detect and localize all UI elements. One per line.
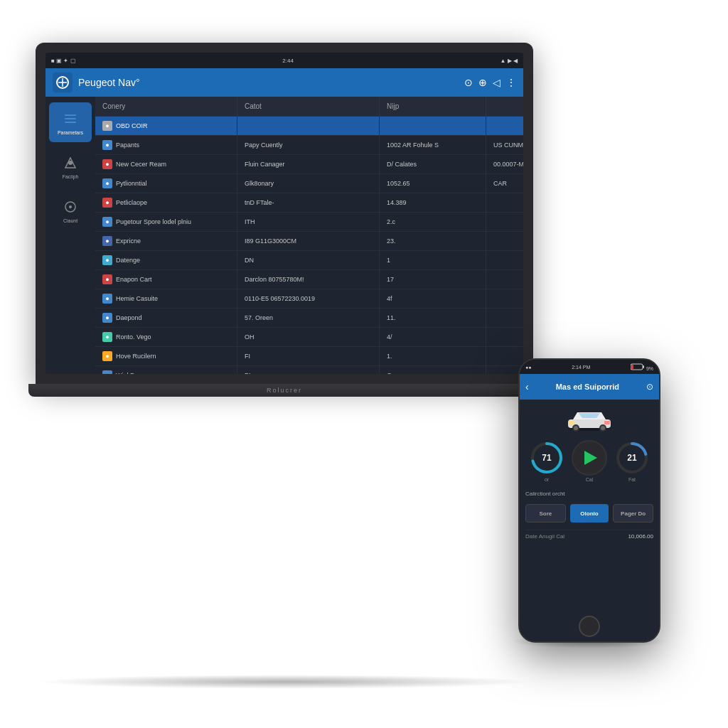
- phone-status-bar: ●● 2:14 PM 9%: [520, 360, 659, 374]
- app-title: Peugeot Nav°: [78, 77, 459, 88]
- car-image: [564, 407, 614, 432]
- table-row[interactable]: ● OBD COIR: [95, 117, 523, 136]
- status-left-icons: ■ ▣ ✦ ▢: [51, 58, 76, 64]
- table-row[interactable]: ● Hemie Casuite 0110-E5 06572230.0019 4f: [95, 289, 523, 309]
- table-row[interactable]: ● Expricne I89 G11G3000CM 23.: [95, 232, 523, 251]
- table-cell-col2: DN: [237, 251, 380, 269]
- table-row[interactable]: ● Datenge DN 1: [95, 251, 523, 270]
- phone-content: 71 or Cal: [520, 400, 659, 641]
- table-row[interactable]: ● Wiol Peurger BI C: [95, 366, 523, 374]
- sore-button[interactable]: Sore: [525, 504, 566, 523]
- android-status-bar: ■ ▣ ✦ ▢ 2:44 ▲ ▶ ◀: [46, 53, 523, 68]
- table-cell-col2: Darclon 80755780M!: [237, 270, 380, 289]
- header-icons: ⊙ ⊕ ◁ ⋮: [464, 77, 516, 88]
- table-cell-col3: 1: [380, 251, 486, 269]
- row-icon: ●: [102, 255, 112, 265]
- table-cell-name: ● Ronto. Vego: [95, 328, 237, 346]
- gauge-left-col: 71 or: [529, 440, 564, 482]
- table-cell-name: ● Daepond: [95, 309, 237, 327]
- table-cell-col3: [380, 117, 486, 135]
- table-cell-col4: [486, 232, 523, 250]
- table-cell-name: ● Expricne: [95, 232, 237, 250]
- table-cell-col2: I89 G11G3000CM: [237, 232, 380, 250]
- ciaunt-icon: [62, 198, 79, 215]
- status-time: 2:44: [282, 58, 294, 64]
- table-row[interactable]: ● Pytlionntial Glk8onary 1052.65 CAR: [95, 174, 523, 193]
- laptop: ■ ▣ ✦ ▢ 2:44 ▲ ▶ ◀ Peugeot Nav°: [36, 43, 533, 434]
- gauge-right: 21: [614, 440, 650, 476]
- laptop-base: Rolucrer: [28, 384, 540, 397]
- phone-title: Mas ed Suiporrid: [533, 382, 642, 391]
- gauge-left: 71: [529, 440, 564, 476]
- sidebar-item-ciaunt[interactable]: Ciaunt: [49, 191, 92, 230]
- table-cell-col2: OH: [237, 328, 380, 346]
- play-col: Cal: [572, 440, 607, 482]
- sidebar-label-ciaunt: Ciaunt: [63, 218, 77, 223]
- table-cell-col4: [486, 213, 523, 231]
- table-cell-name: ● Pytlionntial: [95, 174, 237, 193]
- phone-header: ‹ Mas ed Suiporrid ⊙: [520, 374, 659, 400]
- table-cell-col4: [486, 193, 523, 212]
- sidebar-item-parametars[interactable]: Parametars: [49, 102, 92, 142]
- more-icon[interactable]: ⋮: [506, 77, 516, 88]
- row-icon: ●: [102, 178, 112, 188]
- svg-point-9: [69, 205, 72, 208]
- svg-point-18: [601, 426, 605, 430]
- table-cell-col4: 00.0007-M: [486, 155, 523, 173]
- gauge-right-label: Fat: [628, 477, 636, 482]
- table-row[interactable]: ● Papants Papy Cuently 1002 AR Fohule S …: [95, 136, 523, 155]
- table-header: Conery Catot Nijp: [95, 97, 523, 117]
- phone-buttons-row: Sore Olonlo Pager Do: [525, 504, 653, 523]
- main-content: Parametars Facilph: [46, 97, 523, 374]
- laptop-body: ■ ▣ ✦ ▢ 2:44 ▲ ▶ ◀ Peugeot Nav°: [36, 43, 533, 384]
- table-row[interactable]: ● New Cecer Ream Fluin Canager D/ Calate…: [95, 155, 523, 174]
- facilph-icon: [62, 154, 79, 171]
- table-row[interactable]: ● Daepond 57. Oreen 11.: [95, 309, 523, 328]
- table-row[interactable]: ● Pugetour Spore lodel plniu ITH 2.c: [95, 213, 523, 232]
- table-cell-col4: [486, 270, 523, 289]
- table-row[interactable]: ● Ronto. Vego OH 4/: [95, 328, 523, 347]
- sidebar-item-facilph[interactable]: Facilph: [49, 146, 92, 186]
- gauge-right-value: 21: [627, 453, 636, 463]
- header-col4: [486, 97, 523, 116]
- table-cell-name: ● Hemie Casuite: [95, 289, 237, 308]
- table-row[interactable]: ● Hove Rucilern FI 1.: [95, 347, 523, 366]
- table-cell-col4: [486, 309, 523, 327]
- laptop-screen: ■ ▣ ✦ ▢ 2:44 ▲ ▶ ◀ Peugeot Nav°: [46, 53, 523, 374]
- olonlo-button[interactable]: Olonlo: [570, 504, 609, 523]
- row-icon: ●: [102, 121, 112, 131]
- back-icon[interactable]: ‹: [525, 381, 529, 392]
- table-cell-col2: tnD FTale-: [237, 193, 380, 212]
- history-icon[interactable]: ⊕: [478, 77, 487, 88]
- pager-do-button[interactable]: Pager Do: [613, 504, 653, 523]
- table-cell-col3: 1002 AR Fohule S: [380, 136, 486, 154]
- svg-rect-19: [569, 421, 574, 424]
- phone-signal: ●●: [525, 365, 531, 370]
- table-cell-col3: 1052.65: [380, 174, 486, 193]
- play-label: Cal: [586, 477, 594, 482]
- phone-data-row: Date Anugil Cal 10,006.00: [525, 530, 653, 542]
- status-right-icons: ▲ ▶ ◀: [500, 58, 518, 64]
- svg-rect-5: [65, 122, 76, 123]
- header-col1: Conery: [95, 97, 237, 116]
- table-row[interactable]: ● Enapon Cart Darclon 80755780M! 17: [95, 270, 523, 289]
- table-area: Conery Catot Nijp ● OBD COIR ● Papants: [95, 97, 523, 374]
- search-icon[interactable]: ⊙: [464, 77, 473, 88]
- laptop-brand: Rolucrer: [267, 387, 302, 394]
- phone-home-button[interactable]: [579, 616, 600, 637]
- share-icon[interactable]: ◁: [493, 77, 500, 88]
- play-button[interactable]: [572, 440, 607, 476]
- table-cell-name: ● Wiol Peurger: [95, 366, 237, 374]
- row-icon: ●: [102, 236, 112, 246]
- row-icon: ●: [102, 274, 112, 284]
- phone-settings-icon[interactable]: ⊙: [646, 382, 653, 392]
- table-cell-col3: 11.: [380, 309, 486, 327]
- data-value: 10,006.00: [628, 533, 653, 540]
- table-cell-col3: 14.389: [380, 193, 486, 212]
- app-logo: [53, 73, 73, 92]
- table-cell-col2: BI: [237, 366, 380, 374]
- table-cell-col4: US CUNM/: [486, 136, 523, 154]
- table-row[interactable]: ● Petliclaope tnD FTale- 14.389: [95, 193, 523, 213]
- table-cell-name: ● Petliclaope: [95, 193, 237, 212]
- gauges-row: 71 or Cal: [529, 440, 650, 482]
